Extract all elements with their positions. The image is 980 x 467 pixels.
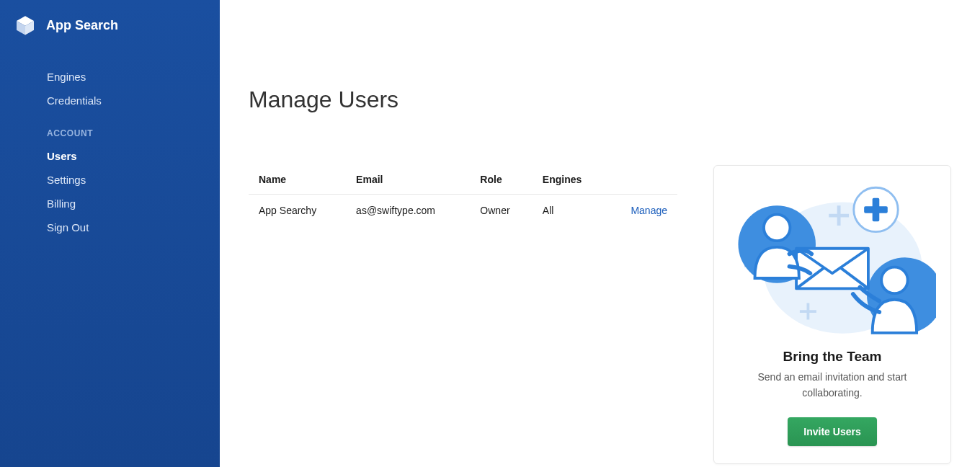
main-content: Manage Users Name Email Role Engines App… [220, 0, 980, 467]
app-title: App Search [46, 18, 118, 33]
manage-user-link[interactable]: Manage [631, 205, 667, 216]
svg-point-10 [764, 215, 790, 241]
cell-role: Owner [470, 195, 532, 227]
invite-users-button[interactable]: Invite Users [788, 417, 876, 446]
table-header-row: Name Email Role Engines [249, 165, 677, 195]
col-engines: Engines [533, 165, 607, 195]
sidebar-item-settings[interactable]: Settings [0, 168, 220, 192]
cell-name: App Searchy [249, 195, 346, 227]
invite-card-text: Send an email invitation and start colla… [729, 369, 936, 401]
svg-rect-6 [864, 206, 888, 213]
invite-card-title: Bring the Team [729, 349, 936, 365]
invite-illustration-icon [729, 182, 936, 340]
sidebar-section-account: ACCOUNT [0, 112, 220, 144]
col-action [607, 165, 677, 195]
svg-point-11 [881, 267, 907, 293]
cell-engines: All [533, 195, 607, 227]
sidebar-item-sign-out[interactable]: Sign Out [0, 215, 220, 239]
cell-email: as@swiftype.com [346, 195, 470, 227]
col-name: Name [249, 165, 346, 195]
sidebar-item-engines[interactable]: Engines [0, 65, 220, 89]
sidebar-item-billing[interactable]: Billing [0, 192, 220, 215]
sidebar-item-users[interactable]: Users [0, 144, 220, 168]
col-email: Email [346, 165, 470, 195]
logo-row: App Search [0, 14, 220, 65]
invite-card: Bring the Team Send an email invitation … [713, 165, 951, 464]
page-title: Manage Users [249, 86, 951, 113]
users-table-wrap: Name Email Role Engines App Searchy as@s… [249, 165, 677, 226]
content-row: Name Email Role Engines App Searchy as@s… [249, 165, 951, 464]
sidebar-item-credentials[interactable]: Credentials [0, 89, 220, 112]
users-table: Name Email Role Engines App Searchy as@s… [249, 165, 677, 226]
cell-action: Manage [607, 195, 677, 227]
sidebar: App Search Engines Credentials ACCOUNT U… [0, 0, 220, 467]
col-role: Role [470, 165, 532, 195]
table-row: App Searchy as@swiftype.com Owner All Ma… [249, 195, 677, 227]
cube-logo-icon [14, 14, 36, 36]
